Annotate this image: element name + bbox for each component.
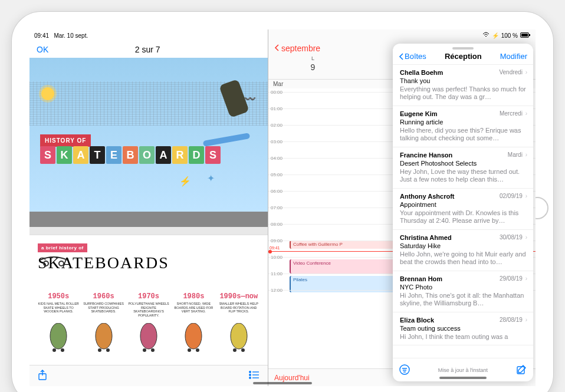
mail-slideover[interactable]: Boîtes Réception Modifier Chella BoehmVe… <box>393 44 533 381</box>
hour-label: 04:00 <box>271 156 282 161</box>
skateboard-thumb <box>173 323 214 353</box>
chevron-right-icon: › <box>525 317 527 323</box>
weekday-label: L <box>268 55 357 61</box>
svg-point-25 <box>249 377 251 378</box>
svg-point-6 <box>52 348 56 352</box>
mail-subject: Running article <box>400 118 527 127</box>
hour-label: 11:00 <box>271 271 282 276</box>
ok-button[interactable]: OK <box>37 45 48 54</box>
mail-edit-button[interactable]: Modifier <box>500 52 527 61</box>
mail-sender: Francine Hanson <box>400 151 452 160</box>
mail-sender: Chella Boehm <box>400 69 443 77</box>
photo-counter: 2 sur 7 <box>135 45 160 54</box>
mail-item[interactable]: Brennan Hom29/08/19 ›NYC PhotoHi John, T… <box>393 271 533 312</box>
decade-desc: SURFBOARD COMPANIES START PRODUCING SKAT… <box>83 302 124 314</box>
compose-icon[interactable] <box>515 364 527 377</box>
decade-column: 1960sSURFBOARD COMPANIES START PRODUCING… <box>83 292 124 317</box>
decade-year: 1980s <box>173 292 214 301</box>
mail-preview: Hi John, This one's got it all: the Manh… <box>400 292 527 308</box>
decade-year: 1950s <box>38 292 79 301</box>
svg-point-3 <box>44 261 48 266</box>
svg-point-14 <box>185 323 202 349</box>
photo-content[interactable]: 〰️ ⚡ ✦ HISTORY OF SKATEBOARDS a brief hi… <box>29 58 268 365</box>
chevron-left-icon <box>399 53 403 60</box>
today-button[interactable]: Aujourd'hui <box>274 374 310 382</box>
svg-point-10 <box>106 348 110 352</box>
mail-item[interactable]: Francine HansonMardi ›Desert Photoshoot … <box>393 147 533 189</box>
status-date: Mar. 10 sept. <box>54 32 88 39</box>
weekday-number: 9 <box>268 62 357 72</box>
mail-preview: Hey John, Love the way these turned out.… <box>400 168 527 185</box>
svg-point-18 <box>233 348 236 352</box>
mail-item[interactable]: Eugene KimMercredi ›Running articleHello… <box>393 106 533 147</box>
mail-preview: Hi John, I think the team outing was a <box>400 333 527 341</box>
svg-point-12 <box>143 348 146 352</box>
decade-column: 1970sPOLYURETHANE WHEELS REIGNITE SKATEB… <box>128 292 169 317</box>
filter-icon[interactable] <box>399 364 410 377</box>
decade-desc: POLYURETHANE WHEELS REIGNITE SKATEBOARDI… <box>128 302 169 317</box>
skateboard-thumb <box>218 323 259 353</box>
title-letter: S <box>40 146 55 164</box>
lightning-doodle: ⚡ <box>179 176 191 187</box>
mail-sender: Christina Ahmed <box>400 234 452 242</box>
title-letter: T <box>90 146 105 164</box>
svg-point-7 <box>61 348 64 352</box>
svg-point-23 <box>249 374 251 375</box>
svg-point-9 <box>98 348 101 352</box>
mail-title: Réception <box>445 52 482 61</box>
mail-preview: Hello there, did you see this? Enrique w… <box>400 127 527 143</box>
svg-point-16 <box>196 348 199 352</box>
decade-year: 1960s <box>83 292 124 301</box>
decade-column: 1950sKIDS NAIL METAL ROLLER SKATE WHEELS… <box>38 292 79 317</box>
skateboards-title: SKATEBOARDS <box>40 146 257 164</box>
mail-item[interactable]: Christina Ahmed30/08/19 ›Saturday HikeHe… <box>393 230 533 271</box>
mail-subject: Appointment <box>400 201 527 209</box>
mail-subject: Thank you <box>400 77 527 85</box>
title-letter: A <box>73 146 88 164</box>
hour-label: 00:00 <box>271 90 282 95</box>
mail-subject: Desert Photoshoot Selects <box>400 160 527 168</box>
skateboard-thumb <box>83 323 124 353</box>
title-letter: K <box>57 146 72 164</box>
brief-history-title: SKATEBOARDS <box>38 253 259 272</box>
mail-item[interactable]: Anthony Ashcroft02/09/19 ›AppointmentYou… <box>393 189 533 230</box>
chevron-right-icon: › <box>525 110 527 117</box>
status-bar: 09:41 Mar. 10 sept. ⚡ 100 % <box>29 29 536 41</box>
mail-date: 28/08/19 › <box>500 317 527 325</box>
hour-label: 01:00 <box>271 106 282 111</box>
star-doodle: ✦ <box>207 173 215 184</box>
hour-label: 06:00 <box>271 189 282 194</box>
mail-subject: Saturday Hike <box>400 242 527 251</box>
mail-back-button[interactable]: Boîtes <box>399 52 426 61</box>
hour-label: 12:00 <box>271 288 282 293</box>
mail-item[interactable]: Eliza Block28/08/19 ›Team outing success… <box>393 312 533 345</box>
decade-column: 1990s—nowSMALLER WHEELS HELP BOARD ROTAT… <box>218 292 259 317</box>
svg-point-21 <box>249 371 251 372</box>
home-indicator[interactable] <box>253 382 312 384</box>
title-letter: D <box>189 146 204 164</box>
mail-list[interactable]: Chella BoehmVendredi ›Thank youEverythin… <box>393 65 533 358</box>
hour-label: 03:00 <box>271 139 282 144</box>
share-icon[interactable] <box>38 370 47 383</box>
infographic-panel: a brief history of SKATEBOARDS 1950sKIDS… <box>29 235 268 365</box>
sun-doodle <box>41 87 54 100</box>
hour-label: 07:00 <box>271 205 282 210</box>
svg-point-13 <box>151 348 155 352</box>
hour-label: 10:00 <box>271 255 282 260</box>
slideover-grabber[interactable] <box>452 47 474 50</box>
skateboard-thumb <box>38 323 79 353</box>
title-letter: E <box>106 146 121 164</box>
decade-year: 1970s <box>128 292 169 301</box>
week-day[interactable]: L9 <box>268 55 357 75</box>
battery-percent: 100 % <box>501 32 518 39</box>
hour-label: 05:00 <box>271 172 282 177</box>
decade-desc: SMALLER WHEELS HELP BOARD ROTATION AND F… <box>218 302 259 314</box>
slideover-home-indicator[interactable] <box>439 377 487 379</box>
hour-label: 08:00 <box>271 222 282 227</box>
mail-item[interactable]: Chella BoehmVendredi ›Thank youEverythin… <box>393 65 533 106</box>
history-banner: HISTORY OF <box>40 134 91 147</box>
skater-illustration <box>185 75 250 146</box>
skateboard-sketch-icon <box>38 251 70 268</box>
list-icon[interactable] <box>249 371 259 381</box>
status-left: 09:41 Mar. 10 sept. <box>34 32 88 39</box>
